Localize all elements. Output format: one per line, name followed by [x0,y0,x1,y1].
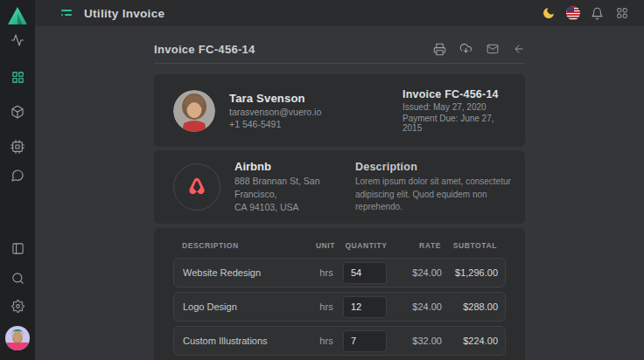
invoice-meta: Invoice FC-456-14 Issued: May 27, 2020 P… [402,88,506,133]
invoice-description: Description Lorem ipsum dolor sit amet, … [355,161,513,214]
col-description: DESCRIPTION [182,241,309,250]
table-row: Website Redesign hrs $24.00 $1,296.00 [173,258,506,287]
item-subtotal: $288.00 [442,301,498,312]
sidebar-item-panels[interactable] [0,240,35,256]
triangle-logo-icon [7,6,28,25]
recipient-phone: +1 546-5491 [229,119,321,129]
icon-sidebar [0,0,35,360]
sidebar-item-dashboard[interactable] [0,69,35,85]
item-subtotal: $224.00 [442,336,498,346]
sidebar-item-settings[interactable] [0,298,35,314]
quantity-input[interactable] [343,296,387,318]
back-button[interactable] [512,43,525,56]
sidebar-item-search[interactable] [0,270,35,286]
col-quantity: QUANTITY [342,241,390,250]
item-description: Custom Illustrations [183,336,310,346]
sender-card: Airbnb 888 Brannan St, San Francisco,CA … [154,150,525,224]
cpu-icon [10,140,24,154]
apps-grid-icon [616,7,628,19]
recipient-email: tarasvenson@vuero.io [229,107,321,117]
item-rate: $24.00 [391,301,442,312]
company-logo [173,163,220,211]
print-button[interactable] [433,43,446,56]
sidebar-item-activity[interactable] [0,32,35,48]
airbnb-icon [186,176,208,198]
send-mail-button[interactable] [486,43,499,56]
sidebar-item-products[interactable] [0,104,35,120]
invoice-actions [433,43,525,56]
item-description: Logo Design [183,301,310,312]
table-row: Logo Design hrs $24.00 $288.00 [173,292,506,322]
line-items-card: DESCRIPTION UNIT QUANTITY RATE SUBTOTAL … [154,228,525,360]
download-button[interactable] [459,43,472,56]
brand-logo[interactable] [0,3,35,28]
box-icon [10,105,24,119]
col-unit: UNIT [309,241,342,250]
sidebar-item-components[interactable] [0,139,35,155]
chat-bubble-icon [10,169,24,183]
main-content: Invoice FC-456-14 [35,26,644,360]
topbar-actions [541,6,644,21]
description-heading: Description [355,161,513,173]
cloud-download-icon [459,42,472,56]
profile-avatar[interactable] [0,325,35,351]
item-rate: $24.00 [391,267,442,278]
table-header: DESCRIPTION UNIT QUANTITY RATE SUBTOTAL [173,241,506,250]
company-name: Airbnb [234,160,340,173]
invoice-header: Invoice FC-456-14 [154,35,525,63]
bell-icon [591,7,604,20]
page-title: Utility Invoice [84,7,164,20]
company-info: Airbnb 888 Brannan St, San Francisco,CA … [234,160,340,213]
menu-toggle-button[interactable] [61,9,74,17]
dark-mode-toggle[interactable] [541,6,556,21]
sidebar-panel-icon [11,242,24,255]
item-subtotal: $1,296.00 [442,267,498,278]
invoice-issued-date: Issued: May 27, 2020 [402,102,506,112]
invoice-title: Invoice FC-456-14 [154,43,256,56]
invoice-number: Invoice FC-456-14 [402,88,506,100]
item-rate: $32.00 [391,336,442,346]
item-unit: hrs [310,301,343,312]
recipient-card: Tara Svenson tarasvenson@vuero.io +1 546… [154,74,525,147]
gear-icon [11,300,24,313]
dashboard-grid-icon [11,71,24,84]
item-description: Website Redesign [183,267,310,278]
quantity-input[interactable] [343,330,387,352]
arrow-left-icon [513,43,525,55]
recipient-name: Tara Svenson [229,92,321,105]
apps-menu-button[interactable] [614,6,629,21]
activity-icon [10,33,24,47]
top-navbar: Utility Invoice [35,0,644,26]
item-unit: hrs [310,336,343,346]
col-subtotal: SUBTOTAL [441,241,497,250]
header-divider [154,63,525,64]
mail-icon [486,43,499,55]
quantity-input[interactable] [343,262,387,284]
us-flag-icon [566,6,580,20]
table-row: Custom Illustrations hrs $32.00 $224.00 [173,326,506,356]
app-window: Utility Invoice [0,0,644,360]
notifications-button[interactable] [590,6,605,21]
recipient-avatar [173,90,215,132]
item-unit: hrs [310,267,343,278]
user-avatar-icon [5,326,30,350]
description-text: Lorem ipsum dolor sit amet, consectetur … [355,176,513,214]
moon-icon [542,6,556,20]
sidebar-item-messages[interactable] [0,168,35,183]
col-rate: RATE [390,241,441,250]
language-selector[interactable] [565,6,580,21]
invoice-due-date: Payment Due: June 27, 2015 [402,114,506,133]
printer-icon [433,43,446,56]
recipient-info: Tara Svenson tarasvenson@vuero.io +1 546… [229,92,321,129]
search-icon [11,272,24,285]
company-address: 888 Brannan St, San Francisco,CA 94103, … [234,175,340,213]
